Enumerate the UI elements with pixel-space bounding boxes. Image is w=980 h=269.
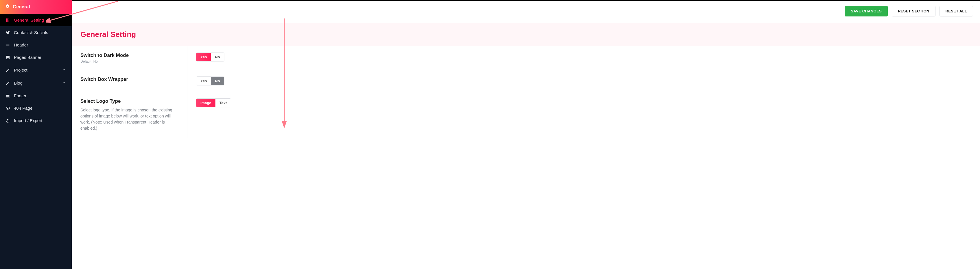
sidebar-item-label: Blog	[14, 81, 22, 85]
sidebar-item-header[interactable]: Header	[0, 39, 72, 51]
setting-description: Select logo type, if the image is chosen…	[80, 107, 178, 131]
edit-icon	[5, 68, 10, 73]
reset-section-button[interactable]: RESET SECTION	[892, 6, 935, 16]
sidebar-item-label: Footer	[14, 93, 26, 98]
sidebar-item-label: Pages Banner	[14, 55, 41, 60]
twitter-icon	[5, 30, 10, 35]
setting-logo-type: Select Logo Type Select logo type, if th…	[72, 92, 980, 138]
minus-icon	[5, 43, 10, 47]
dark-mode-toggle[interactable]: Yes No	[196, 52, 224, 62]
setting-control: Image Text	[188, 92, 240, 138]
sidebar-item-project[interactable]: Project	[0, 63, 72, 76]
box-wrapper-toggle[interactable]: Yes No	[196, 76, 224, 85]
settings-body: Switch to Dark Mode Default: No Yes No S…	[72, 46, 980, 269]
sidebar-item-import-export[interactable]: Import / Export	[0, 114, 72, 127]
chevron-down-icon	[62, 67, 67, 73]
sidebar-item-blog[interactable]: Blog	[0, 76, 72, 89]
refresh-icon	[5, 118, 10, 123]
image-icon	[5, 55, 10, 60]
logo-type-toggle[interactable]: Image Text	[196, 98, 231, 108]
chevron-down-icon	[62, 80, 67, 86]
sidebar-item-general-setting[interactable]: General Setting	[0, 14, 72, 26]
save-changes-button[interactable]: SAVE CHANGES	[845, 6, 888, 16]
sliders-icon	[5, 18, 10, 22]
sidebar-item-pages-banner[interactable]: Pages Banner	[0, 51, 72, 63]
sidebar-item-label: Contact & Socials	[14, 30, 48, 35]
setting-control: Yes No	[188, 70, 233, 92]
sidebar-header-label: General	[13, 4, 30, 9]
sidebar-item-label: Project	[14, 68, 27, 73]
setting-hint: Default: No	[80, 59, 178, 63]
edit-icon	[5, 81, 10, 85]
sidebar: General General Setting Contact & Social…	[0, 0, 72, 269]
sidebar-item-contact-socials[interactable]: Contact & Socials	[0, 26, 72, 39]
sidebar-item-label: 404 Page	[14, 106, 32, 111]
main-panel: SAVE CHANGES RESET SECTION RESET ALL Gen…	[72, 0, 980, 269]
eye-off-icon	[5, 106, 10, 111]
topbar: SAVE CHANGES RESET SECTION RESET ALL	[72, 1, 980, 23]
section-title: General Setting	[80, 30, 971, 39]
svg-rect-0	[6, 44, 10, 45]
sidebar-item-404-page[interactable]: 404 Page	[0, 102, 72, 114]
toggle-option-image[interactable]: Image	[196, 99, 215, 107]
setting-label: Switch to Dark Mode Default: No	[72, 46, 188, 70]
setting-title: Select Logo Type	[80, 98, 178, 104]
sidebar-header: General	[0, 0, 72, 14]
toggle-option-no[interactable]: No	[211, 53, 224, 61]
sidebar-item-label: Import / Export	[14, 118, 42, 123]
reset-all-button[interactable]: RESET ALL	[940, 6, 973, 16]
setting-dark-mode: Switch to Dark Mode Default: No Yes No	[72, 46, 980, 70]
setting-title: Switch Box Wrapper	[80, 76, 178, 82]
sidebar-item-label: General Setting	[14, 17, 44, 22]
gear-icon	[5, 4, 10, 10]
setting-label: Select Logo Type Select logo type, if th…	[72, 92, 188, 138]
sidebar-item-label: Header	[14, 43, 28, 47]
setting-title: Switch to Dark Mode	[80, 52, 178, 58]
toggle-option-no[interactable]: No	[211, 77, 224, 85]
setting-label: Switch Box Wrapper	[72, 70, 188, 92]
toggle-option-yes[interactable]: Yes	[196, 77, 211, 85]
toggle-option-yes[interactable]: Yes	[196, 53, 211, 61]
setting-box-wrapper: Switch Box Wrapper Yes No	[72, 70, 980, 92]
laptop-icon	[5, 93, 10, 98]
sidebar-item-footer[interactable]: Footer	[0, 89, 72, 102]
section-title-bar: General Setting	[72, 23, 980, 46]
setting-control: Yes No	[188, 46, 233, 70]
toggle-option-text[interactable]: Text	[215, 99, 231, 107]
